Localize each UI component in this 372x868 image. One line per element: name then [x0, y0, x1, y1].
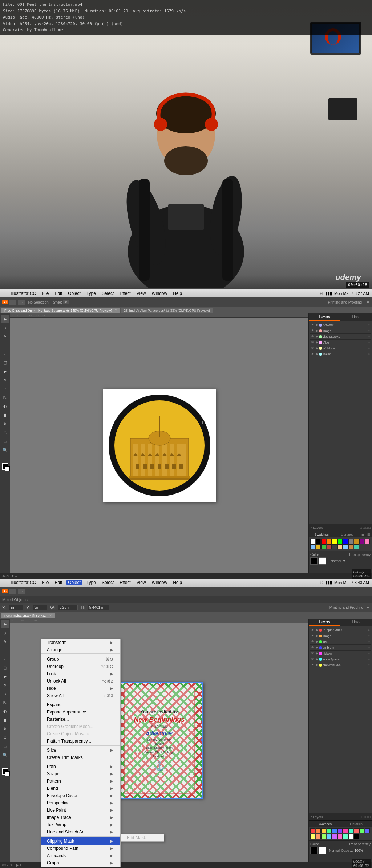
eye-vibe[interactable]: 👁	[311, 341, 315, 344]
menu-artboards[interactable]: Artboards ▶	[41, 852, 120, 859]
menu-transform[interactable]: Transform ▶	[41, 639, 120, 646]
eye-artwork[interactable]: 👁	[311, 323, 315, 327]
tool-direct-menu[interactable]: ▷	[1, 629, 9, 637]
menu-expand[interactable]: Expand	[41, 701, 120, 708]
menu-file-menu[interactable]: File	[40, 580, 50, 585]
tool-zoom[interactable]: 🔍	[1, 446, 9, 454]
tool-blend[interactable]: ⚔	[1, 428, 9, 436]
tool-line[interactable]: /	[1, 350, 9, 358]
tool-eyedropper-menu[interactable]: ⚞	[1, 725, 9, 733]
menu-type-top[interactable]: Type	[85, 291, 97, 296]
menu-select-menu[interactable]: Select	[100, 580, 115, 585]
tool-type[interactable]: T	[1, 341, 9, 349]
fg-color-menu[interactable]	[2, 768, 8, 775]
tab-swatches-menu[interactable]: Swatches	[309, 821, 340, 827]
eye-vibestroke[interactable]: 👁	[311, 335, 315, 338]
swatch-lightblue[interactable]	[310, 544, 315, 549]
menu-hide[interactable]: Hide ▶	[41, 685, 120, 692]
tool-scale-menu[interactable]: ⇱	[1, 699, 9, 707]
menu-effect-menu[interactable]: Effect	[118, 580, 132, 585]
w-field[interactable]	[58, 605, 78, 610]
sw18[interactable]	[343, 834, 348, 839]
fg-swatch-large[interactable]	[310, 557, 318, 565]
swatch-lime[interactable]	[321, 544, 326, 549]
handle-br[interactable]	[201, 797, 203, 799]
layer-artwork[interactable]: 👁 ▶ Artwork ○	[310, 322, 371, 328]
swatch-darkgray[interactable]	[332, 544, 337, 549]
eye-clipping[interactable]: 👁	[311, 628, 315, 632]
sw11[interactable]	[365, 828, 370, 833]
eye-chevron[interactable]: 👁	[311, 663, 315, 667]
sw5[interactable]	[332, 828, 337, 833]
swatches-grid-top[interactable]: ▦	[366, 531, 372, 537]
tab-swatches-top[interactable]: Swatches	[309, 531, 335, 537]
tool-paint[interactable]: ▶	[1, 367, 9, 375]
menu-edit-top[interactable]: Edit	[53, 291, 64, 296]
tool-eyedropper[interactable]: ⚞	[1, 420, 9, 428]
menu-text-wrap[interactable]: Text Wrap ▶	[41, 821, 120, 828]
menu-expand-appearance[interactable]: Expand Appearance	[41, 708, 120, 716]
layer-vibestroke[interactable]: 👁 ▶ vibe&Stroke ○	[310, 334, 371, 340]
swatches-menu-top[interactable]: ☰	[360, 531, 366, 537]
tool-type-menu[interactable]: T	[1, 646, 9, 654]
menu-help-top[interactable]: Help	[171, 291, 183, 296]
layer-text[interactable]: 👁 ▶ Text ○	[310, 639, 371, 645]
menu-object-menu[interactable]: Object	[66, 580, 82, 585]
menu-lock[interactable]: Lock ▶	[41, 670, 120, 677]
canvas-tab-2[interactable]: 23.5inchAi-AlamPalace.eps* @ 33% (CMYK/G…	[121, 308, 213, 313]
swatch-black[interactable]	[316, 539, 321, 544]
layer-image[interactable]: 👁 ▶ image ○	[310, 328, 371, 334]
swatch-red[interactable]	[321, 539, 326, 544]
toolbar-arrow-menu[interactable]: ←	[9, 589, 16, 594]
tool-rect[interactable]: ▢	[1, 359, 9, 367]
swatch-amber[interactable]	[316, 544, 321, 549]
handle-tm[interactable]	[158, 682, 161, 684]
bg-swatch-menu[interactable]	[319, 847, 326, 854]
handle-rm[interactable]	[201, 739, 203, 741]
tool-artboard[interactable]: ▭	[1, 437, 9, 445]
tool-pen[interactable]: ✎	[1, 332, 9, 340]
eye-linked[interactable]: 👁	[311, 352, 315, 356]
menu-trim-marks[interactable]: Create Trim Marks	[41, 754, 120, 761]
bg-color-box[interactable]	[5, 466, 10, 471]
tab-libraries-menu[interactable]: Libraries	[340, 821, 372, 827]
menu-illustrator-cc[interactable]: Illustrator CC	[9, 291, 37, 296]
layer-chevron[interactable]: 👁 ▶ chevronBack... ○	[310, 662, 371, 668]
tab-layers-top[interactable]: Layers	[309, 313, 340, 321]
tool-reflect[interactable]: ↔	[1, 385, 9, 393]
menu-rasterize[interactable]: Rasterize...	[41, 716, 120, 723]
layer-image2[interactable]: 👁 ▶ image ○	[310, 633, 371, 639]
menu-slice[interactable]: Slice ▶	[41, 747, 120, 754]
tool-artboard-menu[interactable]: ▭	[1, 742, 9, 750]
menu-illustrator-menu[interactable]: Illustrator CC	[9, 580, 37, 585]
eye-whitespace[interactable]: 👁	[311, 657, 315, 661]
sw6[interactable]	[337, 828, 343, 833]
menu-perspective[interactable]: Perspective ▶	[41, 799, 120, 807]
tool-rect-menu[interactable]: ▢	[1, 664, 9, 672]
menu-view-menu[interactable]: View	[135, 580, 147, 585]
menu-line-sketch[interactable]: Line and Sketch Art ▶	[41, 828, 120, 836]
menu-pattern[interactable]: Pattern ▶	[41, 777, 120, 785]
swatch-yellow[interactable]	[332, 539, 337, 544]
menu-flatten[interactable]: Flatten Transparency...	[41, 737, 120, 745]
bg-color-menu[interactable]	[5, 771, 10, 776]
tab-links-menu[interactable]: Links	[340, 619, 372, 626]
menu-compound-path[interactable]: Compound Path ▶	[41, 845, 120, 852]
eye-ribbon[interactable]: 👁	[311, 652, 315, 655]
menu-clipping-mask[interactable]: Clipping Mask ▶	[41, 837, 120, 845]
menu-object-top[interactable]: Object	[66, 291, 82, 296]
layer-withline[interactable]: 👁 ▶ WithLine ○	[310, 345, 371, 351]
tool-gradient-menu[interactable]: ▮	[1, 716, 9, 724]
eye-text[interactable]: 👁	[311, 640, 315, 643]
menu-edit-menu[interactable]: Edit	[53, 580, 64, 585]
menu-image-trace[interactable]: Image Trace ▶	[41, 814, 120, 821]
x-field[interactable]	[9, 605, 23, 610]
tool-select-menu[interactable]: ▶	[1, 620, 9, 628]
canvas-tab-party[interactable]: Party Invitation.ai* @ 89.72... ✕	[1, 613, 55, 618]
handle-tr[interactable]	[201, 682, 203, 684]
sw10[interactable]	[359, 828, 364, 833]
toolbar-forward-top[interactable]: →	[18, 300, 25, 305]
menu-help-menu[interactable]: Help	[171, 580, 183, 585]
tool-rotate[interactable]: ↻	[1, 376, 9, 384]
swatch-orange[interactable]	[327, 539, 332, 544]
